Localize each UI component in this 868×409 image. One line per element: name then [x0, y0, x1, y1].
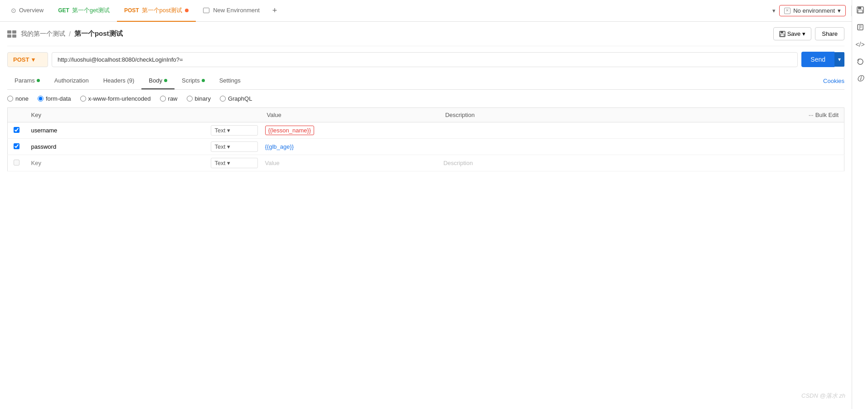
svg-rect-5: [781, 31, 783, 33]
table-row: Text ▾ {{lesson_name}}: [8, 122, 844, 139]
code-sidebar-icon[interactable]: </>: [853, 36, 868, 53]
table-row: Text ▾ {{glb_age}}: [8, 139, 844, 155]
body-type-raw[interactable]: raw: [160, 95, 178, 102]
desc-input[interactable]: [443, 125, 711, 136]
body-type-none[interactable]: none: [7, 95, 29, 102]
add-tab-button[interactable]: +: [267, 0, 283, 22]
row-type-cell: Text ▾: [207, 122, 262, 139]
history-sidebar-icon[interactable]: [853, 54, 868, 70]
svg-rect-1: [12, 30, 16, 34]
placeholder-value-cell: Value: [262, 155, 440, 171]
type-selector[interactable]: Text ▾: [211, 141, 258, 152]
no-env-chevron-icon: ▾: [838, 7, 841, 14]
row-checkbox[interactable]: [14, 127, 19, 133]
placeholder-row: Text ▾ Value Description: [8, 155, 844, 171]
placeholder-checkbox[interactable]: [14, 160, 19, 166]
tab-body[interactable]: Body: [141, 73, 175, 89]
save-icon: [779, 31, 786, 37]
row-checkbox[interactable]: [14, 143, 19, 149]
th-type: [207, 108, 262, 122]
save-sidebar-icon[interactable]: [853, 2, 868, 18]
bulk-edit-button[interactable]: ··· Bulk Edit: [809, 112, 839, 118]
tab-get[interactable]: GET 第一个get测试: [51, 0, 117, 22]
th-actions: ··· Bulk Edit: [714, 108, 844, 122]
body-type-graphql[interactable]: GraphQL: [220, 95, 252, 102]
tab-settings[interactable]: Settings: [212, 73, 248, 89]
placeholder-checkbox-cell: [8, 155, 26, 171]
type-chevron-icon: ▾: [227, 143, 230, 150]
share-button[interactable]: Share: [815, 27, 844, 40]
row-desc-cell: [440, 122, 714, 139]
row-checkbox-cell: [8, 122, 26, 139]
body-type-binary[interactable]: binary: [187, 95, 211, 102]
placeholder-key-input[interactable]: [29, 158, 204, 168]
tab-bar-right: ▾ ✕ No environment ▾ ☰: [772, 5, 864, 16]
type-selector[interactable]: Text ▾: [211, 125, 258, 136]
breadcrumb-area: 我的第一个测试 / 第一个post测试 Save ▾ Share: [7, 22, 844, 46]
th-checkbox: [8, 108, 26, 122]
save-dropdown-icon[interactable]: ▾: [802, 30, 805, 37]
row-actions-cell: [714, 122, 844, 139]
svg-rect-0: [7, 30, 11, 34]
desc-input[interactable]: [443, 141, 711, 152]
save-button[interactable]: Save ▾: [773, 27, 812, 40]
row-desc-cell: [440, 139, 714, 155]
tab-overflow-button[interactable]: ▾: [772, 7, 776, 14]
params-dot: [37, 79, 40, 82]
body-type-row: none form-data x-www-form-urlencoded raw…: [7, 90, 844, 107]
notes-sidebar-icon[interactable]: [853, 19, 868, 35]
row-type-cell: Text ▾: [207, 139, 262, 155]
method-chevron-icon: ▾: [32, 56, 35, 63]
floppy-icon: [856, 6, 864, 14]
tab-scripts[interactable]: Scripts: [175, 73, 212, 89]
placeholder-desc-cell: Description: [440, 155, 714, 171]
notes-icon: [857, 24, 864, 31]
form-data-table: Key Value Description ··· Bulk Edit: [7, 107, 844, 171]
tab-headers[interactable]: Headers (9): [96, 73, 142, 89]
tab-params[interactable]: Params: [7, 73, 47, 89]
th-value: Value: [262, 108, 440, 122]
info-sidebar-icon[interactable]: ⓘ: [853, 71, 868, 87]
value-highlighted: {{lesson_name}}: [265, 126, 315, 135]
row-value-cell: {{glb_age}}: [262, 139, 440, 155]
tab-overview[interactable]: ⊙ Overview: [4, 0, 51, 22]
type-chevron-icon: ▾: [227, 127, 230, 134]
key-input[interactable]: [29, 141, 204, 152]
placeholder-type-selector[interactable]: Text ▾: [211, 158, 258, 168]
table-header-row: Key Value Description ··· Bulk Edit: [8, 108, 844, 122]
environment-tab-icon: [203, 8, 209, 13]
th-description: Description: [440, 108, 714, 122]
post-method-badge: POST: [124, 7, 139, 14]
tab-bar: ⊙ Overview GET 第一个get测试 POST 第一个post测试 N…: [0, 0, 868, 22]
scripts-dot: [202, 79, 205, 82]
request-tabs: Params Authorization Headers (9) Body Sc…: [7, 73, 844, 90]
collection-icon: [7, 30, 17, 38]
type-chevron-icon: ▾: [227, 160, 230, 166]
right-side-panel: </> ⓘ: [852, 0, 868, 171]
body-dot: [164, 79, 167, 82]
get-method-badge: GET: [58, 7, 69, 14]
url-input[interactable]: [52, 52, 798, 67]
send-dropdown-button[interactable]: ▾: [834, 52, 844, 67]
placeholder-type-cell: Text ▾: [207, 155, 262, 171]
no-environment-button[interactable]: ✕ No environment ▾: [779, 5, 846, 16]
tab-unsaved-dot: [185, 9, 189, 12]
cookies-button[interactable]: Cookies: [823, 73, 844, 89]
tab-new-environment[interactable]: New Environment: [196, 0, 267, 22]
placeholder-actions-cell: [714, 155, 844, 171]
tab-authorization[interactable]: Authorization: [47, 73, 96, 89]
body-type-form-data[interactable]: form-data: [38, 95, 71, 102]
svg-rect-6: [781, 34, 784, 36]
send-button-group: Send ▾: [801, 52, 844, 67]
key-input[interactable]: [29, 125, 204, 136]
svg-rect-9: [858, 10, 863, 13]
row-key-cell: [26, 122, 207, 139]
main-content: 我的第一个测试 / 第一个post测试 Save ▾ Share POST ▾: [0, 22, 852, 171]
row-value-cell: {{lesson_name}}: [262, 122, 440, 139]
method-selector[interactable]: POST ▾: [7, 52, 48, 67]
breadcrumb-actions: Save ▾ Share: [773, 27, 844, 40]
tab-post[interactable]: POST 第一个post测试: [117, 0, 196, 22]
svg-rect-8: [858, 7, 861, 9]
send-button[interactable]: Send: [801, 52, 834, 67]
body-type-urlencoded[interactable]: x-www-form-urlencoded: [80, 95, 151, 102]
